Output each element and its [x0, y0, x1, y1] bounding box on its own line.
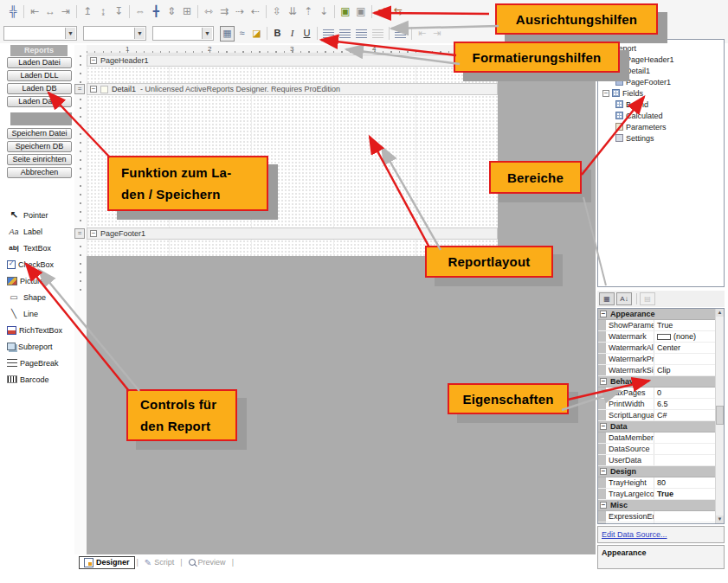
property-row-language[interactable]: Language(Default) — [598, 522, 724, 524]
align-justify-icon[interactable] — [372, 29, 383, 38]
snap-lines-icon[interactable]: ≈ — [235, 26, 249, 42]
size-to-grid-icon[interactable]: ⊞ — [179, 4, 195, 20]
property-pages-icon[interactable]: ▤ — [640, 292, 655, 305]
align-left-icon[interactable]: ⇤ — [27, 4, 42, 20]
toolbox-item-picture[interactable]: Picture — [7, 272, 76, 289]
toolbox-item-barcode[interactable]: Barcode — [7, 371, 76, 388]
align-right-icon[interactable] — [356, 29, 367, 38]
property-value[interactable] — [654, 444, 724, 454]
property-value[interactable] — [654, 511, 724, 522]
chevron-down-icon[interactable]: ▼ — [65, 28, 75, 39]
align-center-icon[interactable]: ↔ — [42, 4, 58, 20]
property-value[interactable] — [654, 455, 724, 465]
bold-icon[interactable]: B — [270, 26, 285, 42]
toolbar-combo-2[interactable]: ▼ — [83, 26, 146, 41]
page-header-band[interactable]: − PageHeader1 — [87, 54, 498, 67]
tree-item-fields[interactable]: −Fields — [598, 87, 724, 99]
property-value[interactable]: 0 — [654, 388, 724, 398]
property-value[interactable]: (none) — [654, 331, 724, 342]
chevron-down-icon[interactable]: ▼ — [134, 28, 145, 39]
scroll-down-icon[interactable]: ▼ — [716, 516, 724, 523]
property-row-traylargeico[interactable]: TrayLargeIcoTrue — [598, 489, 724, 500]
collapse-icon[interactable]: − — [600, 311, 607, 317]
tree-item-parameters[interactable]: Parameters — [598, 121, 724, 132]
scroll-up-icon[interactable]: ▲ — [716, 309, 724, 317]
property-value[interactable]: True — [654, 489, 724, 499]
property-value[interactable] — [654, 432, 724, 443]
toolbox-item-line[interactable]: Line — [7, 305, 76, 322]
toolbox-item-subreport[interactable]: Subreport — [7, 338, 76, 355]
collapse-icon[interactable]: − — [90, 57, 97, 64]
align-left-icon[interactable] — [323, 29, 334, 38]
property-value[interactable]: Center — [654, 343, 724, 353]
list-icon[interactable] — [395, 29, 406, 38]
align-center-icon[interactable] — [339, 29, 351, 38]
underline-icon[interactable]: U — [300, 26, 314, 42]
property-row-datamember[interactable]: DataMember — [598, 432, 724, 444]
send-to-back-icon[interactable]: ▣ — [353, 4, 369, 20]
collapse-icon[interactable]: − — [90, 86, 97, 93]
page-header-band-area[interactable] — [87, 67, 498, 83]
property-row-showparame[interactable]: ShowParameTrue — [598, 320, 724, 331]
property-category-data[interactable]: −Data — [598, 421, 724, 432]
band-collapse-button[interactable]: = — [74, 84, 85, 94]
toolbar-combo-1[interactable]: ▼ — [3, 26, 77, 41]
edit-data-source-link[interactable]: Edit Data Source... — [602, 530, 667, 539]
property-row-expressioner[interactable]: ExpressionEr — [598, 511, 724, 522]
indent-icon[interactable]: ⇥ — [429, 26, 444, 42]
tab-preview[interactable]: Preview — [184, 557, 230, 567]
order-back-icon[interactable]: ⇆ — [390, 4, 406, 20]
collapse-icon[interactable]: − — [600, 378, 607, 385]
property-category-misc[interactable]: −Misc — [598, 500, 724, 511]
property-row-watermarksi[interactable]: WatermarkSiClip — [598, 365, 724, 376]
collapse-icon[interactable]: − — [90, 230, 97, 237]
toolbox-item-pointer[interactable]: Pointer — [7, 207, 76, 223]
space-evenly-down-icon[interactable]: ⇳ — [269, 4, 285, 20]
scrollbar-thumb[interactable] — [716, 406, 724, 425]
increase-hspace-icon[interactable]: ⇉ — [216, 4, 232, 20]
band-collapse-button[interactable]: = — [74, 228, 85, 239]
toolbox-item-shape[interactable]: Shape — [7, 289, 76, 305]
outdent-icon[interactable]: ⇤ — [415, 26, 429, 42]
property-category-behavior[interactable]: −Behavior — [598, 376, 724, 388]
tree-item-settings[interactable]: Settings — [598, 132, 724, 144]
sidebar-button-laden-datei[interactable]: Laden Datei — [7, 96, 72, 107]
sidebar-button-laden-db[interactable]: Laden DB — [7, 83, 72, 94]
property-value[interactable] — [654, 354, 724, 364]
sidebar-button-speichern-db[interactable]: Speichern DB — [7, 141, 72, 152]
fill-style-icon[interactable]: ◪ — [249, 26, 264, 42]
align-middle-icon[interactable]: ↨ — [95, 4, 111, 20]
sort-az-icon[interactable]: A↓ — [616, 292, 632, 305]
property-row-userdata[interactable]: UserData — [598, 455, 724, 466]
property-value[interactable]: 80 — [654, 477, 724, 488]
detail-band[interactable]: − Detail1 - Unlicensed ActiveReports Des… — [87, 83, 498, 95]
italic-icon[interactable]: I — [285, 26, 300, 42]
order-front-icon[interactable]: ⇄ — [375, 4, 390, 20]
categorized-icon[interactable]: ▦ — [599, 292, 615, 305]
grid-toggle-icon[interactable]: ▦ — [220, 26, 235, 42]
remove-vspace-icon[interactable]: ⇣ — [316, 4, 332, 20]
property-value[interactable]: (Default) — [654, 522, 724, 524]
toolbox-item-pagebreak[interactable]: PageBreak — [7, 355, 76, 371]
sidebar-button-seite-einrichten[interactable]: Seite einrichten — [7, 154, 72, 165]
toolbox-item-textbox[interactable]: TextBox — [7, 240, 76, 256]
sidebar-button-laden-dll[interactable]: Laden DLL — [7, 70, 72, 81]
toolbar-combo-3[interactable]: ▼ — [152, 26, 214, 41]
property-row-maxpages[interactable]: MaxPages0 — [598, 388, 724, 399]
collapse-icon[interactable]: − — [600, 468, 607, 475]
align-bottom-icon[interactable]: ↧ — [111, 4, 126, 20]
property-value[interactable]: C# — [654, 410, 724, 420]
collapse-icon[interactable]: − — [600, 423, 607, 430]
chevron-down-icon[interactable]: ▼ — [202, 28, 212, 39]
tree-item-pagefooter1[interactable]: PageFooter1 — [598, 76, 724, 87]
align-top-icon[interactable]: ↥ — [80, 4, 95, 20]
space-evenly-across-icon[interactable]: ⇿ — [201, 4, 216, 20]
decrease-hspace-icon[interactable]: ⇢ — [232, 4, 248, 20]
sidebar-button-speichern-datei[interactable]: Speichern Datei — [7, 128, 72, 139]
sidebar-button-laden-datei[interactable]: Laden Datei — [7, 57, 72, 68]
property-value[interactable]: Clip — [654, 365, 724, 375]
property-row-watermarkpr[interactable]: WatermarkPr — [598, 354, 724, 365]
remove-hspace-icon[interactable]: ⇠ — [248, 4, 263, 20]
align-right-icon[interactable]: ⇥ — [58, 4, 74, 20]
tab-script[interactable]: Script — [140, 557, 178, 568]
